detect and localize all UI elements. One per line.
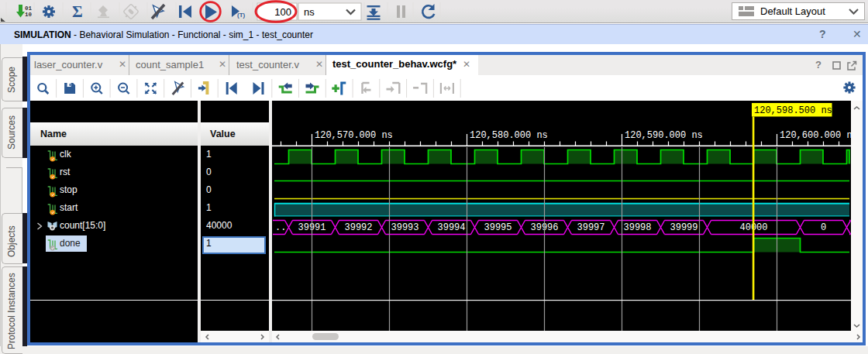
svg-text:39995: 39995 xyxy=(484,222,512,233)
svg-text:..: .. xyxy=(275,222,286,233)
svg-text:120,580.000 ns: 120,580.000 ns xyxy=(470,130,548,141)
svg-text:39992: 39992 xyxy=(344,222,372,233)
svg-text:39998: 39998 xyxy=(623,222,651,233)
svg-text:39993: 39993 xyxy=(391,222,418,233)
svg-text:39997: 39997 xyxy=(577,222,604,233)
svg-text:0: 0 xyxy=(821,222,826,233)
svg-text:39999: 39999 xyxy=(670,222,698,233)
svg-text:120,598.500 ns: 120,598.500 ns xyxy=(754,105,832,116)
svg-text:120,570.000 ns: 120,570.000 ns xyxy=(315,130,393,141)
svg-text:120,600.000 ns: 120,600.000 ns xyxy=(780,130,851,141)
svg-text:120,590.000 ns: 120,590.000 ns xyxy=(625,130,703,141)
svg-text:39994: 39994 xyxy=(437,222,465,233)
